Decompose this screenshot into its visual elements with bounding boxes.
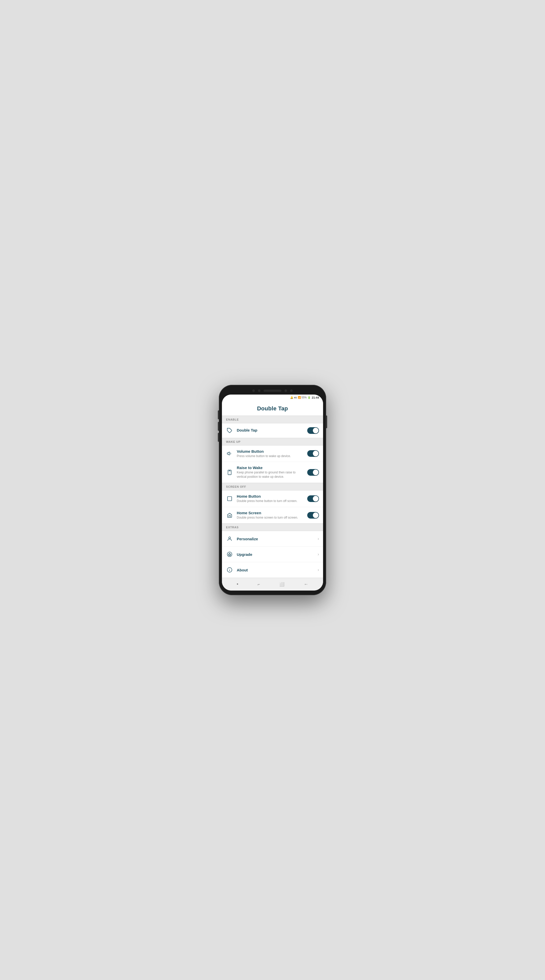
about-label: About (237, 568, 314, 572)
home-button-row[interactable]: Home Button Double press home button to … (222, 490, 323, 507)
alarm-icon: 🔔 (290, 396, 293, 399)
phone-device: 🔔 4G 📶 55% 🔋 21:44 Double Tap ENABLE (219, 385, 326, 595)
status-icons: 🔔 4G 📶 55% 🔋 21:44 (290, 396, 319, 399)
home-button-toggle[interactable] (307, 495, 319, 502)
section-enable: ENABLE Double Tap (222, 416, 323, 438)
section-screen-off-header: SCREEN OFF (222, 483, 323, 490)
home-screen-toggle[interactable] (307, 512, 319, 519)
upgrade-row[interactable]: Upgrade › (222, 547, 323, 562)
raise-to-wake-title: Raise to Wake (237, 466, 304, 470)
recent-apps-button[interactable]: ⌐ (258, 582, 260, 587)
label-icon (226, 427, 233, 434)
phone-raise-icon (226, 469, 233, 476)
home-screen-icon (226, 512, 233, 519)
upgrade-chevron: › (318, 552, 319, 557)
section-wake-up: WAKE UP Volume Button Press volume butto… (222, 438, 323, 483)
network-type: 4G (294, 396, 297, 399)
personalize-chevron: › (318, 536, 319, 541)
svg-rect-3 (228, 496, 232, 501)
home-button-desc: Double press home button to turn off scr… (237, 499, 304, 503)
sensor (258, 390, 260, 392)
raise-to-wake-content: Raise to Wake Keep phone parallel to gro… (237, 466, 304, 479)
upgrade-label: Upgrade (237, 552, 314, 557)
personalize-label: Personalize (237, 537, 314, 541)
section-enable-header: ENABLE (222, 416, 323, 423)
power-button (326, 415, 327, 428)
volume-up-button (218, 410, 219, 419)
camera-lens (285, 390, 287, 392)
info-icon (226, 566, 233, 573)
personalize-row[interactable]: Personalize › (222, 531, 323, 547)
toggle-knob-2 (313, 451, 319, 456)
about-chevron: › (318, 568, 319, 572)
toggle-knob-3 (313, 469, 319, 475)
phone-screen: 🔔 4G 📶 55% 🔋 21:44 Double Tap ENABLE (222, 395, 323, 591)
home-button-content: Home Button Double press home button to … (237, 494, 304, 503)
phone-top-bar (222, 390, 323, 392)
double-tap-content: Double Tap (237, 428, 304, 433)
home-screen-title: Home Screen (237, 511, 304, 515)
page-title: Double Tap (226, 405, 319, 412)
home-screen-row[interactable]: Home Screen Double press home screen to … (222, 507, 323, 524)
volume-button-row[interactable]: Volume Button Press volume button to wak… (222, 445, 323, 462)
raise-to-wake-toggle[interactable] (307, 469, 319, 476)
section-screen-off: SCREEN OFF Home Button Double press home… (222, 483, 323, 524)
battery-percent: 55% (301, 396, 307, 399)
svg-point-4 (229, 537, 230, 539)
home-nav-button[interactable]: ⬜ (279, 582, 285, 587)
double-tap-toggle[interactable] (307, 427, 319, 434)
home-screen-content: Home Screen Double press home screen to … (237, 511, 304, 520)
earpiece (264, 390, 281, 392)
sensor2 (290, 390, 293, 392)
star-icon (226, 551, 233, 558)
section-wake-up-header: WAKE UP (222, 438, 323, 445)
volume-button-content: Volume Button Press volume button to wak… (237, 449, 304, 458)
app-header: Double Tap (222, 401, 323, 416)
volume-icon (226, 450, 233, 457)
section-extras: EXTRAS Personalize › (222, 523, 323, 578)
toggle-knob (313, 428, 319, 433)
double-tap-title: Double Tap (237, 428, 304, 432)
svg-point-5 (227, 552, 232, 557)
signal-bars: 📶 (298, 396, 301, 399)
toggle-knob-4 (313, 496, 319, 501)
status-bar: 🔔 4G 📶 55% 🔋 21:44 (222, 395, 323, 401)
svg-marker-0 (227, 452, 229, 455)
bottom-nav: • ⌐ ⬜ ← (222, 578, 323, 590)
battery-icon: 🔋 (308, 396, 311, 399)
toggle-knob-5 (313, 512, 319, 518)
home-button-title: Home Button (237, 494, 304, 498)
volume-button-desc: Press volume button to wake up device. (237, 454, 304, 458)
volume-down-button (218, 422, 219, 431)
raise-to-wake-desc: Keep phone parallel to ground then raise… (237, 470, 304, 479)
home-button-icon (226, 495, 233, 502)
volume-button-title: Volume Button (237, 449, 304, 453)
about-row[interactable]: About › (222, 562, 323, 578)
back-button[interactable]: ← (304, 582, 308, 587)
section-extras-header: EXTRAS (222, 523, 323, 531)
home-screen-desc: Double press home screen to turn off scr… (237, 515, 304, 520)
volume-button-toggle[interactable] (307, 450, 319, 457)
double-tap-row[interactable]: Double Tap (222, 423, 323, 438)
bixby-button (218, 433, 219, 442)
front-camera (252, 390, 255, 392)
person-icon (226, 535, 233, 542)
svg-marker-6 (228, 553, 231, 556)
time-display: 21:44 (312, 396, 319, 399)
dot-button[interactable]: • (237, 582, 238, 587)
raise-to-wake-row[interactable]: Raise to Wake Keep phone parallel to gro… (222, 462, 323, 483)
